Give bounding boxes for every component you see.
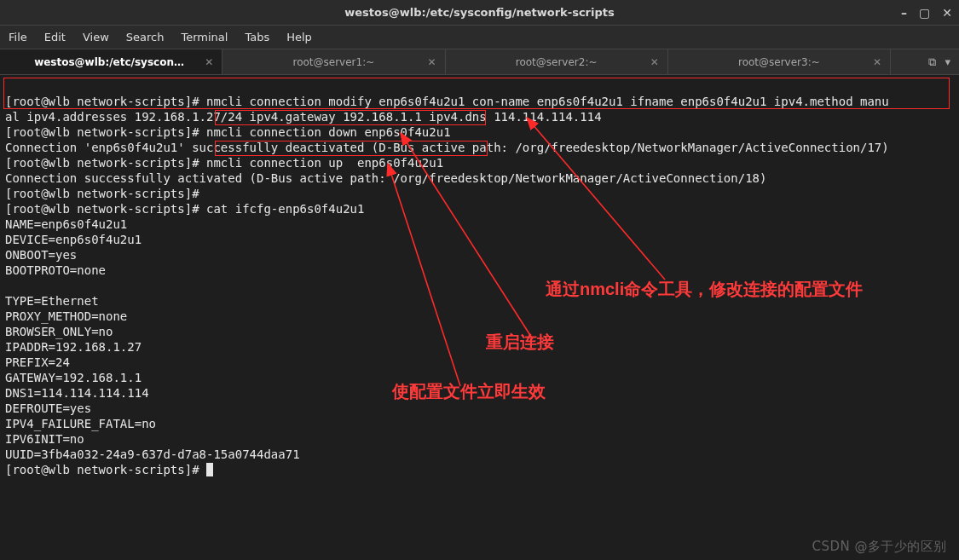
term-line-17: IPADDR=192.168.1.27 [5, 340, 142, 354]
menu-tabs[interactable]: Tabs [245, 31, 269, 43]
term-line-12: BOOTPROTO=none [5, 263, 106, 277]
term-line-8: [root@wlb network-scripts]# cat ifcfg-en… [5, 202, 364, 216]
menu-view[interactable]: View [83, 31, 109, 43]
titlebar: westos@wlb:/etc/sysconfig/network-script… [0, 0, 959, 26]
window-title: westos@wlb:/etc/sysconfig/network-script… [344, 6, 614, 19]
watermark: CSDN @多于少的区别 [812, 539, 947, 555]
minimize-button[interactable]: – [901, 6, 907, 20]
tab-1-close-icon[interactable]: ✕ [427, 56, 436, 68]
tab-2-close-icon[interactable]: ✕ [650, 56, 659, 68]
term-line-1: [root@wlb network-scripts]# nmcli connec… [5, 95, 889, 108]
term-line-21: DEFROUTE=yes [5, 401, 91, 415]
term-line-4: Connection 'enp6s0f4u2u1' successfully d… [5, 141, 889, 154]
new-tab-icon[interactable]: ⧉ [928, 55, 936, 69]
term-line-14: TYPE=Ethernet [5, 294, 99, 308]
term-line-3: [root@wlb network-scripts]# nmcli connec… [5, 125, 451, 139]
term-line-10: DEVICE=enp6s0f4u2u1 [5, 233, 142, 246]
term-line-11: ONBOOT=yes [5, 248, 77, 262]
menu-file[interactable]: File [9, 31, 27, 43]
terminal-wrap: [root@wlb network-scripts]# nmcli connec… [0, 75, 959, 496]
term-line-6: Connection successfully activated (D-Bus… [5, 171, 766, 185]
maximize-button[interactable]: ▢ [919, 6, 930, 20]
menubar: File Edit View Search Terminal Tabs Help [0, 26, 959, 49]
cursor [206, 463, 213, 476]
term-line-7: [root@wlb network-scripts]# [5, 187, 206, 200]
term-line-2: al ipv4.addresses 192.168.1.27/24 ipv4.g… [5, 110, 602, 124]
term-line-24: UUID=3fb4a032-24a9-637d-d7a8-15a0744daa7… [5, 447, 300, 461]
term-line-5: [root@wlb network-scripts]# nmcli connec… [5, 156, 443, 170]
menu-help[interactable]: Help [286, 31, 312, 43]
term-line-16: BROWSER_ONLY=no [5, 325, 113, 338]
terminal[interactable]: [root@wlb network-scripts]# nmcli connec… [0, 75, 959, 496]
tab-2-label: root@server2:~ [516, 56, 598, 68]
term-line-22: IPV4_FAILURE_FATAL=no [5, 417, 156, 430]
tab-3[interactable]: root@server3:~ ✕ [668, 49, 891, 74]
term-line-18: PREFIX=24 [5, 355, 70, 369]
close-button[interactable]: ✕ [942, 6, 952, 20]
term-line-25: [root@wlb network-scripts]# [5, 463, 206, 476]
term-line-20: DNS1=114.114.114.114 [5, 386, 149, 400]
tab-3-label: root@server3:~ [738, 56, 820, 68]
tab-tools: ⧉ ▾ [891, 49, 959, 74]
tab-menu-icon[interactable]: ▾ [945, 55, 950, 68]
tab-0-label: westos@wlb:/etc/sysconfi… [34, 56, 188, 68]
menu-edit[interactable]: Edit [44, 31, 66, 43]
window-buttons: – ▢ ✕ [901, 0, 952, 26]
tab-3-close-icon[interactable]: ✕ [873, 56, 881, 68]
tab-1-label: root@server1:~ [292, 56, 374, 68]
tab-1[interactable]: root@server1:~ ✕ [222, 49, 445, 74]
tabbar: westos@wlb:/etc/sysconfi… ✕ root@server1… [0, 49, 959, 75]
menu-terminal[interactable]: Terminal [181, 31, 228, 43]
tab-0[interactable]: westos@wlb:/etc/sysconfi… ✕ [0, 49, 222, 74]
tab-2[interactable]: root@server2:~ ✕ [446, 49, 668, 74]
term-line-19: GATEWAY=192.168.1.1 [5, 371, 142, 384]
menu-search[interactable]: Search [126, 31, 165, 43]
tab-0-close-icon[interactable]: ✕ [205, 56, 213, 68]
term-line-9: NAME=enp6s0f4u2u1 [5, 217, 127, 231]
term-line-15: PROXY_METHOD=none [5, 309, 127, 323]
term-line-23: IPV6INIT=no [5, 432, 84, 446]
